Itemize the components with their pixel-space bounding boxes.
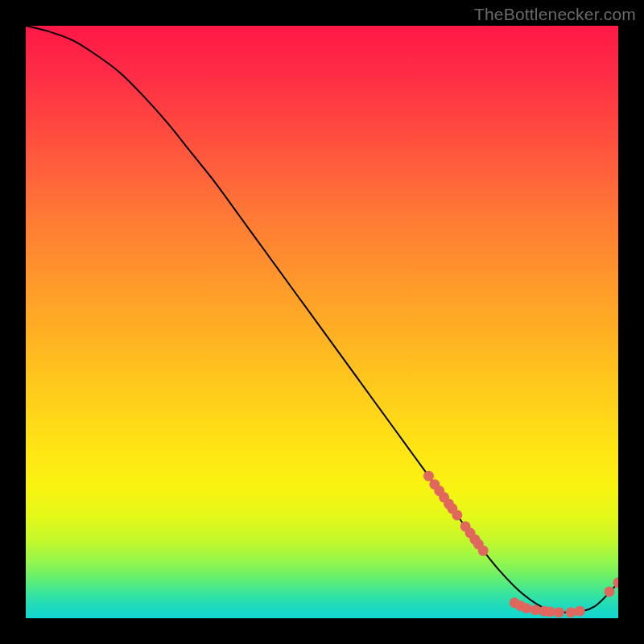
data-point <box>613 577 619 588</box>
data-point <box>554 607 564 617</box>
data-point <box>604 586 614 597</box>
chart-svg <box>26 26 618 618</box>
curve-line <box>26 26 618 613</box>
data-point <box>530 605 540 615</box>
curve-markers <box>423 471 618 617</box>
chart-stage: TheBottlenecker.com <box>0 0 644 644</box>
data-point <box>566 607 576 617</box>
data-point <box>521 603 531 613</box>
data-point <box>478 546 489 556</box>
data-point <box>452 510 462 520</box>
curve-path-group <box>26 26 618 613</box>
data-point <box>575 606 585 617</box>
plot-area <box>26 26 618 618</box>
data-point <box>545 606 555 617</box>
watermark-text: TheBottlenecker.com <box>474 5 636 24</box>
